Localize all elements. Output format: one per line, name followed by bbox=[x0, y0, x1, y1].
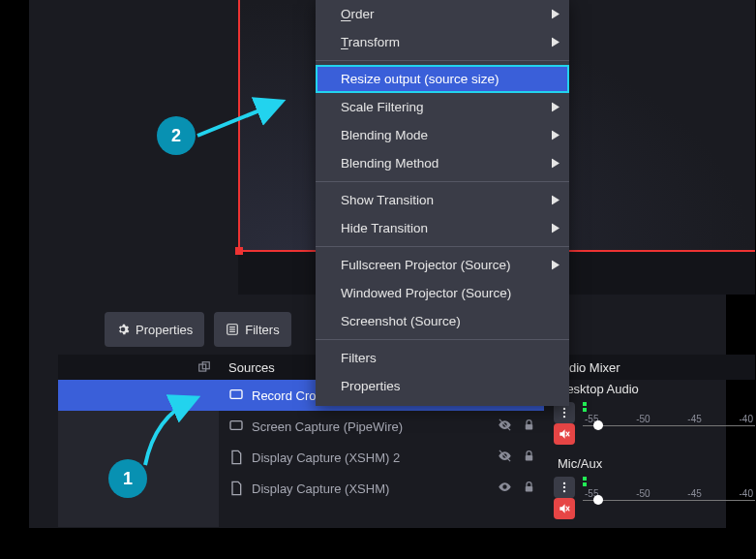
scenes-panel-header bbox=[58, 355, 219, 380]
source-row[interactable]: Screen Capture (PipeWire) bbox=[219, 411, 544, 442]
level-meter: -55-50-45-40 bbox=[583, 477, 755, 498]
gear-icon bbox=[116, 323, 130, 336]
chevron-right-icon bbox=[552, 258, 559, 272]
menu-separator bbox=[316, 181, 569, 182]
app-window: Properties Filters Sources Audio Mixer R… bbox=[29, 0, 726, 528]
properties-button[interactable]: Properties bbox=[105, 312, 204, 347]
menu-item-label: Hide Transition bbox=[341, 221, 428, 235]
properties-button-label: Properties bbox=[136, 323, 193, 337]
svg-rect-11 bbox=[230, 421, 242, 430]
lock-icon[interactable] bbox=[522, 449, 536, 466]
mixer-channel-label: Desktop Audio bbox=[554, 380, 755, 402]
sources-title: Sources bbox=[228, 360, 275, 375]
mixer-channel-label: Mic/Aux bbox=[554, 454, 755, 477]
menu-item[interactable]: Fullscreen Projector (Source) bbox=[316, 251, 569, 279]
menu-item[interactable]: Properties bbox=[316, 372, 569, 400]
visibility-toggle-icon[interactable] bbox=[498, 449, 512, 466]
svg-point-24 bbox=[563, 490, 565, 492]
menu-item-label: Screenshot (Source) bbox=[341, 314, 461, 328]
chevron-right-icon bbox=[552, 156, 559, 171]
volume-slider[interactable] bbox=[583, 498, 755, 519]
menu-item-label: Resize output (source size) bbox=[341, 72, 499, 86]
visibility-toggle-icon[interactable] bbox=[498, 418, 512, 435]
app-screenshot: Properties Filters Sources Audio Mixer R… bbox=[0, 0, 756, 559]
source-label: Screen Capture (PipeWire) bbox=[252, 419, 403, 434]
svg-point-19 bbox=[563, 416, 565, 418]
source-row[interactable]: Display Capture (XSHM) bbox=[219, 473, 544, 504]
mixer-channel: Mic/Aux-55-50-45-40 bbox=[554, 454, 755, 519]
audio-mixer: Desktop Audio-55-50-45-40Mic/Aux-55-50-4… bbox=[554, 380, 755, 529]
menu-item-label: Filters bbox=[341, 351, 377, 365]
svg-point-18 bbox=[563, 412, 565, 414]
chevron-right-icon bbox=[552, 7, 559, 21]
menu-item-label: Transform bbox=[341, 35, 400, 49]
context-menu: OrderTransformResize output (source size… bbox=[316, 0, 569, 406]
svg-rect-8 bbox=[230, 390, 242, 399]
mixer-channel: Desktop Audio-55-50-45-40 bbox=[554, 380, 755, 445]
menu-item-label: Blending Mode bbox=[341, 128, 428, 142]
menu-item[interactable]: Blending Mode bbox=[316, 121, 569, 149]
menu-item-label: Fullscreen Projector (Source) bbox=[341, 258, 511, 272]
selection-handle[interactable] bbox=[235, 247, 243, 255]
svg-rect-15 bbox=[526, 455, 533, 461]
menu-item[interactable]: Windowed Projector (Source) bbox=[316, 279, 569, 307]
filters-button[interactable]: Filters bbox=[214, 312, 290, 347]
source-label: Display Capture (XSHM) 2 bbox=[252, 450, 400, 465]
menu-item-label: Order bbox=[341, 7, 375, 21]
menu-item-label: Scale Filtering bbox=[341, 100, 424, 114]
callout-arrow-1 bbox=[136, 388, 213, 475]
menu-separator bbox=[316, 246, 569, 247]
menu-item[interactable]: Transform bbox=[316, 28, 569, 56]
menu-item[interactable]: Hide Transition bbox=[316, 214, 569, 242]
popout-icon[interactable] bbox=[197, 360, 211, 374]
menu-item-label: Properties bbox=[341, 379, 401, 393]
chevron-right-icon bbox=[552, 35, 559, 49]
chevron-right-icon bbox=[552, 193, 559, 207]
menu-item[interactable]: Filters bbox=[316, 344, 569, 372]
callout-1: 1 bbox=[108, 459, 147, 498]
level-meter: -55-50-45-40 bbox=[583, 402, 755, 423]
mute-button[interactable] bbox=[554, 423, 575, 445]
source-row[interactable]: Display Capture (XSHM) 2 bbox=[219, 442, 544, 473]
mute-button[interactable] bbox=[554, 498, 575, 519]
menu-item-label: Show Transition bbox=[341, 193, 434, 207]
scene-toolbar: Properties Filters bbox=[58, 312, 291, 351]
callout-arrow-2 bbox=[194, 97, 290, 145]
filters-icon bbox=[226, 323, 239, 336]
menu-item[interactable]: Scale Filtering bbox=[316, 93, 569, 121]
mixer-panel-header: Audio Mixer bbox=[544, 355, 755, 380]
menu-item[interactable]: Order bbox=[316, 0, 569, 28]
menu-separator bbox=[316, 339, 569, 340]
chevron-right-icon bbox=[552, 100, 559, 114]
svg-point-23 bbox=[563, 486, 565, 488]
svg-point-22 bbox=[563, 482, 565, 484]
menu-item-label: Blending Method bbox=[341, 156, 438, 171]
slider-knob[interactable] bbox=[593, 495, 603, 505]
menu-separator bbox=[316, 60, 569, 61]
volume-slider[interactable] bbox=[583, 423, 755, 445]
channel-menu-button[interactable] bbox=[554, 477, 575, 498]
filters-button-label: Filters bbox=[245, 323, 279, 337]
svg-point-17 bbox=[563, 408, 565, 410]
visibility-toggle-icon[interactable] bbox=[498, 480, 512, 497]
menu-item[interactable]: Show Transition bbox=[316, 186, 569, 214]
callout-2: 2 bbox=[157, 116, 196, 155]
lock-icon[interactable] bbox=[522, 418, 536, 435]
slider-knob[interactable] bbox=[593, 420, 603, 430]
menu-item-label: Windowed Projector (Source) bbox=[341, 286, 511, 300]
chevron-right-icon bbox=[552, 128, 559, 142]
menu-item[interactable]: Blending Method bbox=[316, 149, 569, 177]
lock-icon[interactable] bbox=[522, 480, 536, 497]
source-label: Display Capture (XSHM) bbox=[252, 481, 389, 496]
svg-rect-13 bbox=[526, 424, 533, 430]
menu-item[interactable]: Resize output (source size) bbox=[316, 65, 569, 93]
svg-rect-16 bbox=[526, 486, 533, 492]
menu-item[interactable]: Screenshot (Source) bbox=[316, 307, 569, 335]
chevron-right-icon bbox=[552, 221, 559, 235]
